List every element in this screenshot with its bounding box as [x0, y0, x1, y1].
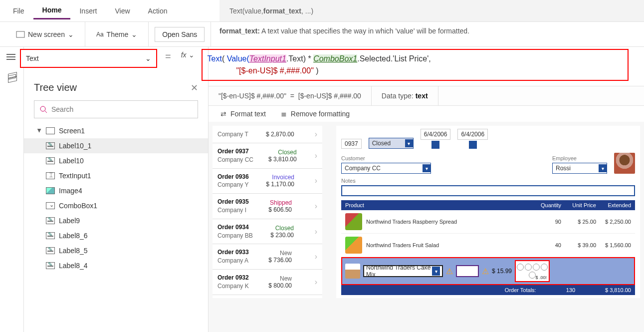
tree-node[interactable]: TextInput1: [24, 168, 208, 183]
order-row[interactable]: Order 0936Company Y Invoiced$ 1,170.00 ›: [213, 169, 322, 194]
tree-node[interactable]: ComboBox1: [24, 198, 208, 213]
calendar-icon[interactable]: [431, 141, 439, 149]
customer-label: Customer: [341, 155, 545, 161]
search-icon: [39, 105, 47, 113]
theme-label: Theme: [107, 30, 129, 38]
fx-button[interactable]: fx⌄: [179, 49, 197, 61]
customer-select[interactable]: Company CC▾: [341, 163, 431, 174]
tree-panel: Tree view ✕ ▶Screen1 Label10_1Label10Tex…: [24, 47, 209, 332]
remove-format-label: Remove formatting: [291, 110, 350, 118]
tree-node-label: Label10_1: [59, 142, 91, 150]
formula-textinput-ref: TextInput1: [249, 54, 286, 63]
image-icon: [46, 187, 55, 194]
new-screen-label: New screen: [28, 30, 65, 38]
tree-node[interactable]: Image4: [24, 183, 208, 198]
employee-label: Employee: [552, 155, 607, 161]
sig-rest: , ...): [301, 7, 313, 15]
order-row[interactable]: Order 0933Company A New$ 736.00 ›: [213, 244, 322, 270]
col-product: Product: [345, 202, 531, 208]
notes-label: Notes: [341, 178, 635, 184]
totals-qty: 130: [566, 287, 575, 293]
signature-help: format_text: A text value that specifies…: [219, 27, 469, 35]
chevron-right-icon: ›: [315, 252, 317, 261]
property-selector[interactable]: Text ⌄: [20, 49, 157, 68]
screen-icon: [16, 31, 25, 38]
menu-action[interactable]: Action: [139, 3, 177, 19]
order-row[interactable]: Order 0934Company BB Closed$ 230.00 ›: [213, 219, 322, 245]
warning-icon: ⚠: [482, 267, 489, 276]
label-icon: [46, 247, 55, 254]
order-row[interactable]: Order 0937Company CC Closed$ 3,810.00 ›: [213, 143, 322, 169]
property-name: Text: [26, 54, 39, 62]
chevron-right-icon: ›: [315, 278, 317, 287]
order-row[interactable]: Order 0932Company K New$ 800.00 ›: [213, 270, 322, 295]
totals-amount: $ 3,810.00: [605, 287, 631, 293]
employee-value: Rossi: [556, 165, 571, 172]
quantity-input[interactable]: [456, 265, 479, 277]
date1-value: 6/4/2006: [421, 129, 451, 140]
product-combo-value: Northwind Traders Cake Mix: [366, 264, 432, 278]
format-toolbar: ⇄Format text ≣Remove formatting: [209, 106, 644, 122]
tree-node[interactable]: Label8_5: [24, 243, 208, 258]
product-combobox[interactable]: Northwind Traders Cake Mix▾: [363, 265, 443, 277]
formula-close: ): [314, 66, 319, 75]
calendar-icon[interactable]: [469, 141, 477, 149]
date1-field[interactable]: 6/4/2006: [421, 129, 451, 149]
menu-view[interactable]: View: [106, 3, 139, 19]
tree-node[interactable]: Label10: [24, 153, 208, 168]
format-text-button[interactable]: ⇄Format text: [220, 110, 266, 118]
date2-value: 6/4/2006: [457, 129, 488, 140]
employee-select[interactable]: Rossi▾: [552, 163, 607, 174]
list-chevron-col: [326, 126, 332, 298]
new-screen-button[interactable]: New screen ⌄: [11, 27, 79, 41]
tree-root[interactable]: ▶Screen1: [24, 123, 208, 138]
remove-format-button[interactable]: ≣Remove formatting: [281, 110, 350, 118]
tree-node[interactable]: Label10_1: [24, 138, 208, 153]
col-unitprice: Unit Price: [561, 202, 596, 208]
product-row[interactable]: Northwind Traders Raspberry Spread90$ 25…: [341, 210, 635, 234]
label-icon: [46, 157, 55, 164]
notes-input[interactable]: [341, 185, 635, 196]
order-row[interactable]: Order 0935Company I Shipped$ 606.50 ›: [213, 194, 322, 219]
tree-node[interactable]: Label8_4: [24, 258, 208, 273]
order-row[interactable]: Company T $ 2,870.00 ›: [213, 126, 322, 143]
result-bar: "[$-en-US]$ #,###.00" = [$-en-US]$ #,###…: [209, 86, 644, 106]
tree-node-label: Label8_5: [59, 247, 88, 255]
label-icon: [46, 232, 55, 239]
combo-icon: [46, 202, 55, 209]
product-row[interactable]: Northwind Traders Fruit Salad40$ 39.00$ …: [341, 234, 635, 257]
tree-node-label: Label10: [59, 157, 84, 165]
sig-args: (value,: [242, 7, 263, 15]
tree-node[interactable]: Label8_6: [24, 228, 208, 243]
right-area: Text ⌄ = fx⌄ Text( Value(TextInput1.Text…: [209, 47, 644, 332]
menu-insert[interactable]: Insert: [70, 3, 106, 19]
font-picker[interactable]: Open Sans: [155, 27, 205, 42]
status-select[interactable]: Closed▾: [369, 138, 414, 149]
search-input[interactable]: [51, 105, 193, 113]
theme-button[interactable]: Aa Theme ⌄: [91, 27, 142, 41]
svg-line-2: [45, 111, 47, 113]
date2-field[interactable]: 6/4/2006: [457, 129, 488, 149]
tree-node[interactable]: Label9: [24, 213, 208, 228]
tree: ▶Screen1 Label10_1Label10TextInput1Image…: [24, 123, 208, 273]
menu-file[interactable]: File: [4, 3, 33, 19]
col-quantity: Quantity: [531, 202, 561, 208]
label-icon: [46, 217, 55, 224]
chevron-right-icon: ›: [315, 130, 317, 139]
formula-fn: Text: [208, 54, 222, 63]
left-rail: [0, 47, 24, 332]
label-icon: [46, 142, 55, 149]
formula-cb-tail: .Selected.'List Price',: [357, 54, 431, 63]
tree-search[interactable]: [34, 100, 198, 118]
formula-bar[interactable]: Text( Value(TextInput1.Text) * ComboBox1…: [202, 49, 629, 81]
sighelp-label: format_text:: [219, 27, 260, 35]
function-signature: Text(value, format_text, ...): [219, 0, 644, 22]
totals-row: Order Totals: 130 $ 3,810.00: [341, 285, 635, 295]
formula-combobox-ref: ComboBox1: [313, 54, 357, 63]
order-number-field[interactable]: 0937: [341, 139, 362, 149]
result-type: Data type: text: [372, 86, 438, 105]
menu-home[interactable]: Home: [33, 2, 71, 19]
product-thumb: [345, 213, 362, 230]
formula-ti-tail: .Text) *: [286, 54, 313, 63]
tree-node-label: Image4: [59, 187, 82, 195]
